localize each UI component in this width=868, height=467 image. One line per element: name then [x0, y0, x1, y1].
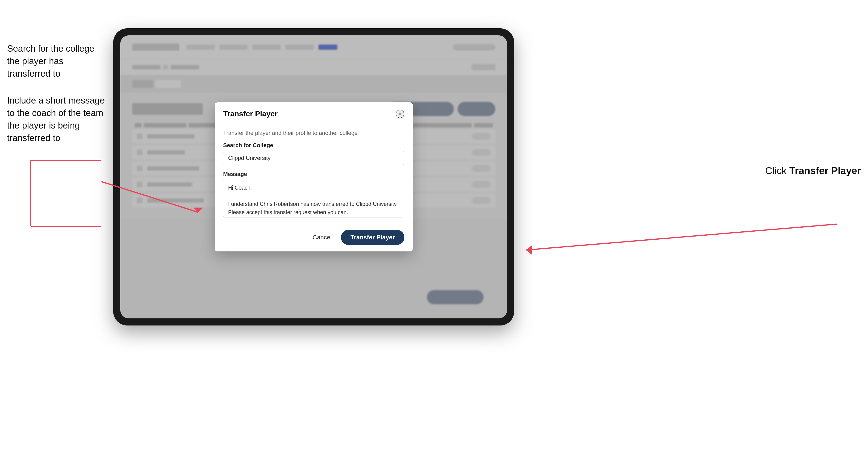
annotation-text-1: Search for the college the player has tr… — [7, 42, 106, 80]
svg-line-5 — [526, 224, 837, 250]
annotation-right: Click Transfer Player — [765, 165, 861, 177]
message-label: Message — [223, 171, 404, 177]
transfer-player-button[interactable]: Transfer Player — [341, 230, 404, 245]
annotation-click-prefix: Click — [765, 165, 789, 176]
search-college-label: Search for College — [223, 142, 404, 149]
ipad-screen: Transfer Player × Transfer the player an… — [120, 35, 507, 318]
modal-title: Transfer Player — [223, 110, 278, 118]
modal-description: Transfer the player and their profile to… — [223, 130, 404, 136]
search-college-input[interactable] — [223, 151, 404, 165]
svg-marker-6 — [526, 245, 532, 255]
annotation-text-2: Include a short message to the coach of … — [7, 94, 106, 145]
message-textarea[interactable]: Hi Coach, I understand Chris Robertson h… — [223, 180, 404, 217]
annotation-transfer-player-bold: Transfer Player — [789, 165, 861, 176]
modal-close-button[interactable]: × — [396, 110, 404, 118]
modal-header: Transfer Player × — [215, 102, 413, 123]
annotation-left: Search for the college the player has tr… — [7, 42, 106, 158]
ipad-frame: Transfer Player × Transfer the player an… — [113, 28, 514, 325]
modal-footer: Cancel Transfer Player — [215, 225, 413, 251]
modal-body: Transfer the player and their profile to… — [215, 123, 413, 225]
cancel-button[interactable]: Cancel — [308, 231, 336, 244]
modal-overlay: Transfer Player × Transfer the player an… — [120, 35, 507, 318]
transfer-player-modal: Transfer Player × Transfer the player an… — [215, 102, 413, 251]
